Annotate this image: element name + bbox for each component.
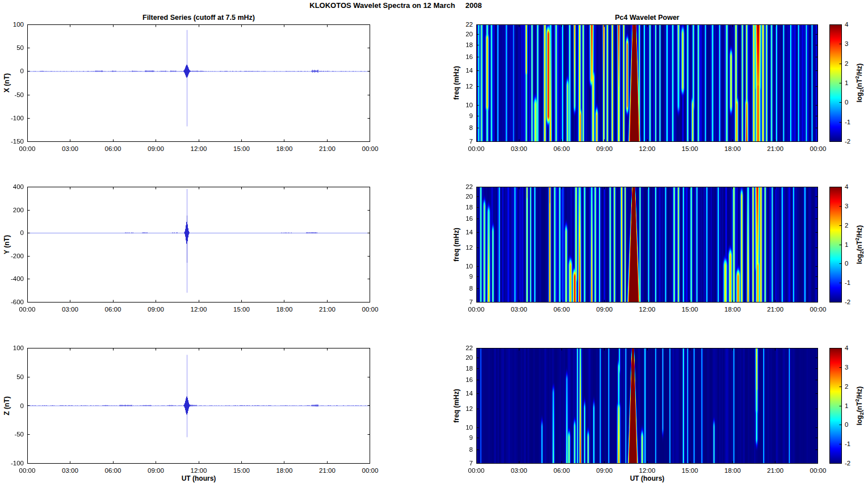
x-tick-label: 00:00 [15,306,40,313]
y-tick-label: 16 [449,53,473,61]
x-tick-label: 18:00 [272,306,297,313]
y-tick-label: 100 [0,21,24,28]
x-tick-label: 15:00 [229,145,254,153]
colorbar-tick-label: 4 [845,345,859,352]
colorbar-tick-label: 3 [845,203,859,210]
x-tick-label: 18:00 [720,467,745,474]
colorbar-tick-label: -2 [845,138,859,145]
colorbar-tick-label: 2 [845,222,859,229]
x-tick-label: 03:00 [506,306,531,313]
y-tick-label: -200 [0,253,24,260]
colorbar-tick-label: 0 [845,421,859,429]
y-tick-label: 400 [0,183,24,191]
x-tick-label: 06:00 [550,467,575,474]
left-xaxis-label: UT (hours) [142,474,255,482]
x-tick-label: 09:00 [144,306,169,313]
x-tick-label: 09:00 [592,467,617,474]
y-tick-label: 10 [449,102,473,109]
colorbar-tick-label: 1 [845,79,859,87]
x-tick-label: 12:00 [186,145,211,153]
x-tick-label: 03:00 [506,145,531,153]
y-tick-label: -150 [0,138,24,145]
x-tick-label: 00:00 [358,306,383,313]
y-tick-label: 9 [449,112,473,120]
x-tick-label: 00:00 [464,467,489,474]
z-wavelet-spectrogram-canvas [476,348,818,464]
y-tick-label: 18 [449,365,473,372]
y-tick-label: 16 [449,215,473,222]
y-tick-label: 8 [449,446,473,453]
y-tick-label: -600 [0,299,24,306]
x-wavelet-spectrogram-canvas [476,24,818,142]
x-tick-label: 06:00 [550,145,575,153]
x-tick-label: 15:00 [229,306,254,313]
colorbar-tick-label: 3 [845,364,859,371]
colorbar-row2 [829,187,842,303]
y-tick-label: 0 [0,402,24,410]
y-filtered-series-canvas [27,187,370,303]
x-tick-label: 09:00 [592,306,617,313]
y-tick-label: 7 [449,460,473,467]
y-tick-label: 20 [449,354,473,362]
y-tick-label: -50 [0,431,24,438]
x-tick-label: 03:00 [506,467,531,474]
y-tick-label: 10 [449,424,473,431]
x-tick-label: 12:00 [186,467,211,474]
x-tick-label: 06:00 [100,467,125,474]
colorbar-tick-label: 1 [845,402,859,410]
y-tick-label: 50 [0,44,24,52]
y-tick-label: -50 [0,91,24,99]
colorbar-row1 [829,24,842,142]
x-tick-label: 12:00 [186,306,211,313]
x-tick-label: 06:00 [100,306,125,313]
y-tick-label: 14 [449,67,473,74]
x-tick-label: 00:00 [15,145,40,153]
x-tick-label: 21:00 [315,467,340,474]
colorbar-tick-label: 0 [845,99,859,106]
colorbar-tick-label: 1 [845,241,859,249]
x-tick-label: 00:00 [15,467,40,474]
colorbar-tick-label: 4 [845,21,859,28]
y-tick-label: 18 [449,204,473,211]
y-tick-label: 50 [0,373,24,381]
x-tick-label: 15:00 [229,467,254,474]
x-tick-label: 06:00 [100,145,125,153]
x-tick-label: 18:00 [272,145,297,153]
y-tick-label: 14 [449,390,473,397]
y-tick-label: 22 [449,21,473,28]
x-tick-label: 09:00 [144,467,169,474]
y-tick-label: 12 [449,405,473,413]
x-tick-label: 00:00 [464,306,489,313]
colorbar-tick-label: 4 [845,183,859,191]
y-tick-label: 14 [449,229,473,236]
x-tick-label: 00:00 [358,467,383,474]
z-filtered-series-canvas [27,348,370,464]
y-tick-label: 12 [449,244,473,251]
right-xaxis-label: UT (hours) [590,474,704,482]
y-tick-label: -400 [0,275,24,283]
x-tick-label: 21:00 [763,467,788,474]
colorbar-tick-label: -2 [845,460,859,467]
x-tick-label: 12:00 [635,306,660,313]
y-tick-label: 10 [449,263,473,270]
y-tick-label: 9 [449,273,473,280]
right-column-title: Pc4 Wavelet Power [505,14,789,22]
colorbar-tick-label: -1 [845,440,859,448]
x-filtered-series-canvas [27,24,370,142]
colorbar-row3 [829,348,842,464]
x-tick-label: 21:00 [315,306,340,313]
x-tick-label: 00:00 [806,467,831,474]
x-series-ylabel: X (nT) [3,73,11,93]
x-tick-label: 18:00 [720,306,745,313]
x-tick-label: 21:00 [315,145,340,153]
x-tick-label: 03:00 [58,145,83,153]
colorbar-tick-label: 0 [845,260,859,267]
x-tick-label: 00:00 [806,306,831,313]
x-tick-label: 06:00 [550,306,575,313]
x-tick-label: 03:00 [58,467,83,474]
colorbar-tick-label: 2 [845,383,859,390]
y-tick-label: 0 [0,68,24,75]
y-tick-label: 8 [449,285,473,292]
colorbar-tick-label: -2 [845,299,859,306]
y-tick-label: 9 [449,434,473,442]
